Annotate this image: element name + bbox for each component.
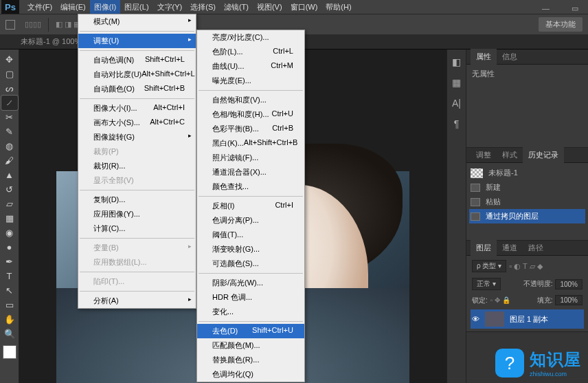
menu-entry[interactable]: 曝光度(E)...: [197, 74, 304, 88]
tab-layers[interactable]: 图层: [471, 240, 497, 256]
history-brush-tool[interactable]: ↺: [1, 182, 18, 197]
history-item[interactable]: 粘贴: [469, 195, 585, 209]
gradient-tool[interactable]: ▦: [1, 211, 18, 226]
menu-entry[interactable]: 图像旋转(G): [78, 130, 196, 144]
menu-item[interactable]: 帮助(H): [321, 0, 355, 14]
crop-tool[interactable]: ✂: [1, 110, 18, 124]
menu-entry[interactable]: 阈值(T)...: [197, 228, 304, 242]
tab-history[interactable]: 历史记录: [523, 147, 564, 163]
menu-item[interactable]: 编辑(E): [56, 0, 90, 14]
move-tool[interactable]: ✥: [1, 52, 18, 67]
menu-entry[interactable]: 自动颜色(O)Shift+Ctrl+B: [78, 82, 196, 96]
document-tab[interactable]: 未标题-1 @ 100%: [21, 36, 81, 47]
pen-tool[interactable]: ✒: [1, 254, 18, 269]
wand-tool[interactable]: ⟋: [1, 96, 18, 110]
opacity-value[interactable]: 100%: [555, 279, 583, 289]
menu-entry[interactable]: 亮度/对比度(C)...: [197, 30, 304, 45]
menu-entry[interactable]: 颜色查找...: [197, 179, 304, 194]
layer-filter-kind[interactable]: ρ 类型 ▾: [472, 260, 506, 272]
tool-preset-icon[interactable]: [5, 20, 15, 30]
menu-entry: 裁剪(P): [78, 144, 196, 159]
menu-entry[interactable]: 调整(U): [78, 34, 196, 48]
menu-item[interactable]: 视图(V): [253, 0, 286, 14]
menu-entry[interactable]: 黑白(K)...Alt+Shift+Ctrl+B: [197, 136, 304, 151]
hand-tool[interactable]: ✋: [1, 312, 18, 327]
menu-entry[interactable]: 分析(A): [78, 294, 196, 308]
menu-entry[interactable]: 色调分离(P)...: [197, 213, 304, 228]
zoom-tool[interactable]: 🔍: [1, 327, 18, 341]
stamp-tool[interactable]: ▲: [1, 168, 18, 182]
brush-tool[interactable]: 🖌: [1, 153, 18, 168]
menu-entry[interactable]: 阴影/高光(W)...: [197, 276, 304, 290]
history-item[interactable]: 通过拷贝的图层: [469, 209, 585, 223]
menu-entry[interactable]: 色相/饱和度(H)...Ctrl+U: [197, 107, 304, 122]
menu-entry[interactable]: 自然饱和度(V)...: [197, 93, 304, 107]
path-tool[interactable]: ↖: [1, 283, 18, 298]
menu-entry[interactable]: 画布大小(S)...Alt+Ctrl+C: [78, 116, 196, 130]
watermark-logo: ? 知识屋 zhishiwu.com: [495, 349, 581, 377]
fill-label: 填充:: [537, 296, 553, 305]
blur-tool[interactable]: ◉: [1, 226, 18, 240]
menu-entry[interactable]: 复制(D)...: [78, 193, 196, 207]
tab-channels[interactable]: 通道: [497, 240, 523, 256]
menu-item[interactable]: 窗口(W): [286, 0, 322, 14]
menu-item[interactable]: 选择(S): [186, 0, 220, 14]
menu-entry[interactable]: 色阶(L)...Ctrl+L: [197, 45, 304, 59]
menu-item[interactable]: 文字(Y): [153, 0, 187, 14]
menu-entry: 变量(B): [78, 241, 196, 255]
menu-entry[interactable]: 变化...: [197, 305, 304, 319]
layer-row[interactable]: 👁 图层 1 副本: [471, 309, 584, 329]
menu-entry[interactable]: 匹配颜色(M)...: [197, 338, 304, 353]
shape-tool[interactable]: ▭: [1, 298, 18, 312]
menu-entry[interactable]: 照片滤镜(F)...: [197, 151, 304, 165]
menu-entry[interactable]: 替换颜色(R)...: [197, 353, 304, 367]
menu-item[interactable]: 图像(I): [90, 0, 120, 14]
adjustments-submenu-dropdown: 亮度/对比度(C)...色阶(L)...Ctrl+L曲线(U)...Ctrl+M…: [196, 30, 305, 382]
blend-mode-select[interactable]: 正常 ▾: [472, 278, 501, 290]
menu-entry[interactable]: HDR 色调...: [197, 290, 304, 305]
history-doc[interactable]: 未标题-1: [469, 166, 585, 180]
heal-tool[interactable]: ◍: [1, 139, 18, 153]
tab-properties[interactable]: 属性: [471, 49, 497, 65]
menu-entry[interactable]: 去色(D)Shift+Ctrl+U: [197, 324, 304, 338]
menu-item[interactable]: 滤镜(T): [220, 0, 253, 14]
marquee-tool[interactable]: ▢: [1, 67, 18, 81]
dodge-tool[interactable]: ●: [1, 240, 18, 254]
tool-panel: ✥ ▢ ᔕ ⟋ ✂ ✎ ◍ 🖌 ▲ ↺ ▱ ▦ ◉ ● ✒ T ↖ ▭ ✋ 🔍: [0, 50, 19, 383]
menu-entry[interactable]: 通道混合器(X)...: [197, 165, 304, 179]
type-tool[interactable]: T: [1, 269, 18, 283]
menu-entry[interactable]: 应用图像(Y)...: [78, 207, 196, 221]
menu-entry[interactable]: 自动色调(N)Shift+Ctrl+L: [78, 53, 196, 67]
eraser-tool[interactable]: ▱: [1, 197, 18, 211]
properties-body: 无属性: [466, 65, 588, 92]
menu-bar: Ps 文件(F)编辑(E)图像(I)图层(L)文字(Y)选择(S)滤镜(T)视图…: [0, 0, 588, 14]
menu-entry: 显示全部(V): [78, 173, 196, 188]
tab-paths[interactable]: 路径: [523, 240, 549, 256]
swatches-icon[interactable]: ▦: [452, 77, 461, 88]
type-panel-icon[interactable]: A|: [452, 98, 461, 109]
lasso-tool[interactable]: ᔕ: [1, 81, 18, 96]
color-icon[interactable]: ◧: [452, 56, 461, 67]
menu-entry[interactable]: 计算(C)...: [78, 221, 196, 236]
menu-entry[interactable]: 模式(M): [78, 14, 196, 29]
menu-item[interactable]: 图层(L): [120, 0, 152, 14]
menu-item[interactable]: 文件(F): [23, 0, 56, 14]
menu-entry[interactable]: 反相(I)Ctrl+I: [197, 199, 304, 213]
paragraph-icon[interactable]: ¶: [454, 118, 460, 129]
fill-value[interactable]: 100%: [555, 295, 583, 305]
color-swatch[interactable]: [3, 345, 16, 359]
tab-info[interactable]: 信息: [497, 49, 523, 65]
menu-entry[interactable]: 曲线(U)...Ctrl+M: [197, 59, 304, 74]
menu-entry[interactable]: 可选颜色(S)...: [197, 256, 304, 271]
tab-styles[interactable]: 样式: [497, 147, 523, 163]
history-item[interactable]: 新建: [469, 180, 585, 195]
tab-adjustments[interactable]: 调整: [471, 147, 497, 163]
menu-entry[interactable]: 图像大小(I)...Alt+Ctrl+I: [78, 101, 196, 116]
workspace-switcher[interactable]: 基本功能: [539, 17, 583, 32]
menu-entry[interactable]: 自动对比度(U)Alt+Shift+Ctrl+L: [78, 67, 196, 82]
menu-entry[interactable]: 裁切(R)...: [78, 159, 196, 173]
eyedropper-tool[interactable]: ✎: [1, 124, 18, 139]
menu-entry[interactable]: 色调均化(Q): [197, 367, 304, 382]
menu-entry[interactable]: 色彩平衡(B)...Ctrl+B: [197, 122, 304, 136]
menu-entry[interactable]: 渐变映射(G)...: [197, 242, 304, 256]
